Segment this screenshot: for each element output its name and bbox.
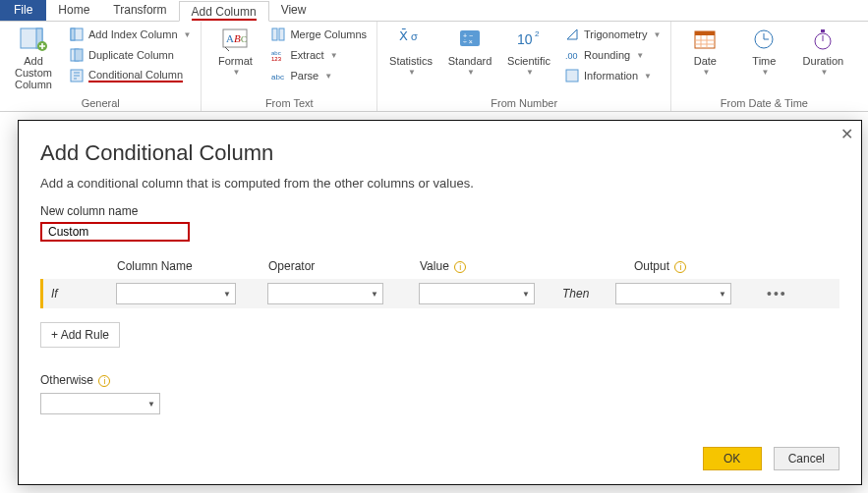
chevron-down-icon: ▼: [184, 30, 192, 39]
svg-rect-12: [272, 28, 277, 40]
ribbon-tabs: File Home Transform Add Column View: [0, 0, 868, 22]
merge-columns-button[interactable]: Merge Columns: [268, 26, 369, 43]
svg-text:123: 123: [271, 56, 282, 62]
tab-file[interactable]: File: [0, 0, 46, 21]
chevron-down-icon: ▼: [232, 69, 240, 78]
otherwise-select[interactable]: ▼: [40, 393, 160, 414]
add-custom-column-label: Add Custom Column: [8, 55, 59, 90]
add-custom-column-button[interactable]: Add Custom Column: [8, 26, 59, 90]
info-icon[interactable]: i: [674, 261, 686, 273]
information-icon: [564, 68, 580, 83]
scientific-label: Scientific: [507, 55, 550, 67]
group-from-number-label: From Number: [385, 94, 663, 109]
header-operator: Operator: [268, 259, 420, 273]
tab-transform[interactable]: Transform: [101, 0, 178, 21]
scientific-button[interactable]: 102 Scientific ▼: [503, 26, 554, 84]
group-from-number: X̄σ Statistics ▼ + −÷ × Standard ▼ 102 S…: [377, 22, 671, 111]
add-index-column-button[interactable]: Add Index Column ▼: [67, 26, 193, 43]
time-button[interactable]: Time ▼: [738, 26, 789, 78]
format-button[interactable]: ABC Format ▼: [209, 26, 260, 84]
trigonometry-label: Trigonometry: [584, 28, 647, 40]
new-column-name-input[interactable]: [40, 222, 190, 242]
svg-rect-4: [71, 28, 75, 40]
rule-then-label: Then: [562, 287, 615, 301]
group-from-text-label: From Text: [209, 94, 369, 109]
calendar-icon: [689, 26, 721, 53]
group-from-date-time-label: From Date & Time: [679, 94, 848, 109]
duration-button[interactable]: Duration ▼: [797, 26, 848, 78]
operator-select[interactable]: ▼: [267, 283, 383, 304]
format-label: Format: [218, 55, 253, 67]
value-select[interactable]: ▼: [419, 283, 535, 304]
parse-icon: abc: [270, 68, 286, 83]
chevron-down-icon: ▼: [644, 72, 652, 81]
trigonometry-button[interactable]: Trigonometry ▼: [562, 26, 663, 43]
duplicate-column-label: Duplicate Column: [88, 49, 174, 61]
duplicate-column-button[interactable]: Duplicate Column: [67, 46, 193, 64]
standard-icon: + −÷ ×: [454, 26, 486, 53]
svg-text:A: A: [226, 32, 234, 44]
merge-columns-icon: [270, 27, 286, 42]
clock-icon: [748, 26, 780, 53]
parse-label: Parse: [290, 70, 318, 82]
conditional-column-button[interactable]: Conditional Column: [67, 67, 193, 84]
parse-button[interactable]: abc Parse ▼: [268, 67, 369, 84]
chevron-down-icon: ▼: [636, 51, 644, 60]
rule-row: If ▼ ▼ ▼ Then ▼ •••: [40, 279, 839, 308]
dialog-subtitle: Add a conditional column that is compute…: [40, 176, 839, 191]
svg-rect-25: [566, 70, 578, 82]
output-select[interactable]: ▼: [615, 283, 731, 304]
add-index-column-label: Add Index Column: [88, 28, 178, 40]
scientific-icon: 102: [513, 26, 545, 53]
chevron-down-icon: ▼: [408, 69, 416, 78]
column-name-select[interactable]: ▼: [116, 283, 236, 304]
ok-button[interactable]: OK: [703, 447, 762, 470]
svg-text:abc: abc: [271, 73, 284, 82]
chevron-down-icon: ▼: [702, 69, 710, 78]
info-icon[interactable]: i: [98, 375, 110, 387]
svg-text:X̄: X̄: [399, 28, 408, 43]
svg-rect-27: [695, 31, 715, 35]
dialog-footer: OK Cancel: [703, 447, 839, 470]
svg-text:B: B: [234, 32, 241, 44]
tab-view[interactable]: View: [269, 0, 318, 21]
group-general-label: General: [8, 94, 193, 109]
header-value: Value i: [420, 259, 575, 273]
chevron-down-icon: ▼: [761, 69, 769, 78]
close-button[interactable]: ✕: [840, 125, 853, 143]
tab-add-column[interactable]: Add Column: [179, 1, 269, 22]
add-rule-button[interactable]: + Add Rule: [40, 322, 120, 348]
rounding-button[interactable]: .00 Rounding ▼: [562, 46, 663, 64]
duplicate-column-icon: [69, 47, 85, 63]
index-column-icon: [69, 27, 85, 42]
extract-icon: abc123: [270, 47, 286, 63]
rounding-icon: .00: [564, 47, 580, 63]
svg-text:2: 2: [535, 29, 540, 38]
extract-label: Extract: [290, 49, 323, 61]
chevron-down-icon: ▼: [324, 72, 332, 81]
conditional-column-icon: [69, 68, 85, 83]
statistics-button[interactable]: X̄σ Statistics ▼: [385, 26, 436, 84]
stopwatch-icon: [807, 26, 839, 53]
info-icon[interactable]: i: [454, 261, 466, 273]
cancel-button[interactable]: Cancel: [774, 447, 839, 470]
rule-if-label: If: [51, 287, 116, 301]
standard-button[interactable]: + −÷ × Standard ▼: [444, 26, 495, 84]
tab-add-column-label: Add Column: [192, 5, 257, 21]
tab-home[interactable]: Home: [46, 0, 101, 21]
svg-text:C: C: [241, 34, 247, 44]
svg-text:σ: σ: [411, 30, 418, 42]
chevron-down-icon: ▼: [653, 30, 661, 39]
chevron-down-icon: ▼: [467, 69, 475, 78]
svg-text:.00: .00: [565, 51, 578, 61]
group-general: Add Custom Column Add Index Column ▼ Dup…: [0, 22, 202, 111]
information-label: Information: [584, 70, 638, 82]
statistics-label: Statistics: [389, 55, 433, 67]
dialog-title: Add Conditional Column: [40, 140, 839, 166]
extract-button[interactable]: abc123 Extract ▼: [268, 46, 369, 64]
date-button[interactable]: Date ▼: [679, 26, 730, 78]
rule-more-button[interactable]: •••: [761, 286, 793, 301]
duration-label: Duration: [803, 55, 844, 67]
information-button[interactable]: Information ▼: [562, 67, 663, 84]
chevron-down-icon: ▼: [526, 69, 534, 78]
